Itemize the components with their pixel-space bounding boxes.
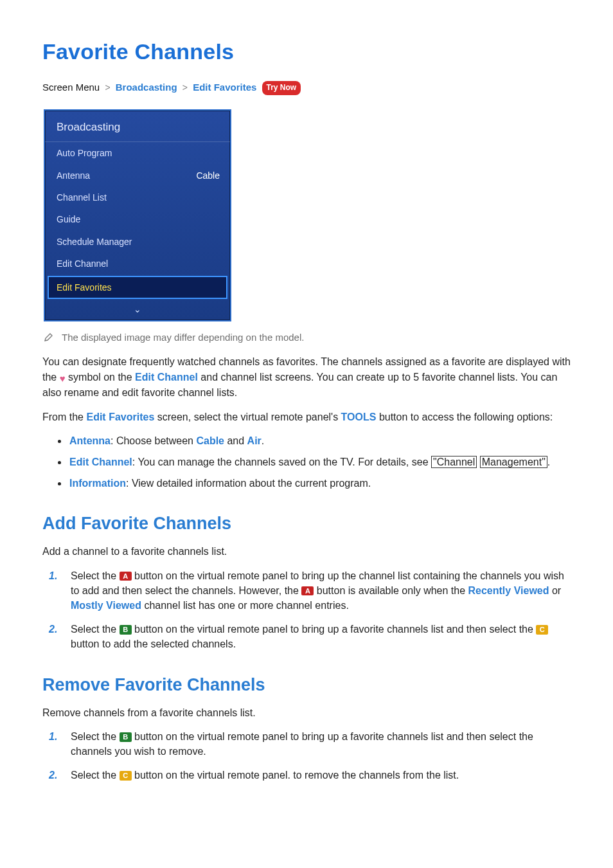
chevron-down-icon[interactable]: ⌄ — [45, 302, 230, 320]
chevron-right-icon: > — [102, 82, 112, 93]
edit-channel-term: Edit Channel — [69, 457, 132, 467]
tools-term: TOOLS — [341, 411, 377, 422]
add-favorite-channels-heading: Add Favorite Channels — [42, 511, 574, 536]
intro-paragraph-2: From the Edit Favorites screen, select t… — [42, 410, 574, 424]
text: Select the — [71, 770, 120, 781]
note-text: The displayed image may differ depending… — [62, 330, 304, 345]
remove-steps: Select the B button on the virtual remot… — [42, 729, 574, 783]
breadcrumb-broadcasting[interactable]: Broadcasting — [116, 82, 177, 93]
breadcrumb-edit-favorites[interactable]: Edit Favorites — [193, 82, 256, 93]
edit-channel-term: Edit Channel — [135, 372, 198, 383]
osd-item-schedule-manager[interactable]: Schedule Manager — [45, 231, 230, 253]
recently-viewed-term: Recently Viewed — [468, 585, 549, 596]
edit-favorites-term: Edit Favorites — [86, 411, 154, 422]
osd-item-label: Edit Channel — [57, 257, 108, 270]
osd-item-auto-program[interactable]: Auto Program — [45, 142, 230, 164]
text: Select the — [71, 624, 120, 635]
cable-term: Cable — [196, 435, 224, 446]
osd-item-label: Antenna — [57, 169, 90, 182]
text: button on the virtual remote panel to br… — [132, 624, 537, 635]
remove-favorite-channels-heading: Remove Favorite Channels — [42, 673, 574, 698]
channel-management-link[interactable]: Management" — [480, 456, 547, 468]
remote-a-button-icon: A — [120, 572, 132, 581]
list-item: Edit Channel: You can manage the channel… — [68, 455, 574, 469]
osd-item-guide[interactable]: Guide — [45, 208, 230, 230]
chevron-right-icon: > — [180, 82, 190, 93]
remote-c-button-icon: C — [536, 625, 548, 635]
text: channel list has one or more channel ent… — [141, 600, 349, 611]
text: and — [224, 435, 247, 446]
intro-paragraph-1: You can designate frequently watched cha… — [42, 354, 574, 400]
osd-item-label: Edit Favorites — [57, 282, 112, 293]
tools-options-list: Antenna: Choose between Cable and Air. E… — [42, 433, 574, 491]
information-term: Information — [69, 478, 126, 489]
osd-item-label: Channel List — [57, 191, 107, 204]
try-now-button[interactable]: Try Now — [262, 81, 301, 95]
list-item: Antenna: Choose between Cable and Air. — [68, 433, 574, 448]
air-term: Air — [247, 435, 262, 446]
text: : Choose between — [111, 435, 196, 446]
osd-item-label: Auto Program — [57, 147, 112, 159]
breadcrumb-root: Screen Menu — [42, 82, 100, 93]
remote-b-button-icon: B — [120, 732, 132, 742]
step-item: Select the A button on the virtual remot… — [67, 568, 574, 613]
osd-broadcasting-panel: Broadcasting Auto Program Antenna Cable … — [44, 109, 231, 321]
osd-item-value: Cable — [196, 169, 220, 182]
heart-icon: ♥ — [60, 372, 66, 386]
step-item: Select the B button on the virtual remot… — [67, 622, 574, 651]
pencil-icon — [44, 332, 54, 346]
text: button on the virtual remote panel to br… — [71, 731, 533, 757]
page-title: Favorite Channels — [42, 36, 574, 68]
step-item: Select the C button on the virtual remot… — [67, 768, 574, 782]
remove-intro: Remove channels from a favorite channels… — [42, 705, 574, 720]
text: screen, select the virtual remote panel'… — [157, 411, 341, 422]
antenna-term: Antenna — [69, 435, 111, 446]
osd-item-channel-list[interactable]: Channel List — [45, 186, 230, 208]
remote-c-button-icon: C — [120, 771, 132, 781]
list-item: Information: View detailed information a… — [68, 476, 574, 491]
text: button on the virtual remote panel. to r… — [132, 770, 459, 781]
channel-management-link[interactable]: "Channel — [431, 456, 477, 468]
breadcrumb: Screen Menu > Broadcasting > Edit Favori… — [42, 80, 574, 95]
remote-a-button-icon: A — [301, 586, 314, 596]
text: or — [549, 585, 562, 596]
osd-item-label: Guide — [57, 213, 80, 226]
text: button to access the following options: — [379, 411, 553, 422]
text: : View detailed information about the cu… — [126, 478, 371, 489]
text: button is available only when the — [314, 585, 468, 596]
text: . — [547, 457, 550, 467]
text: Select the — [71, 570, 120, 581]
text: From the — [42, 411, 86, 422]
model-may-differ-note: The displayed image may differ depending… — [44, 330, 574, 346]
text: button to add the selected channels. — [71, 638, 236, 649]
osd-item-edit-favorites-selected[interactable]: Edit Favorites — [48, 276, 227, 299]
osd-header: Broadcasting — [45, 111, 230, 143]
text: Select the — [71, 731, 120, 742]
text: symbol on the — [68, 372, 135, 383]
osd-item-label: Schedule Manager — [57, 235, 132, 248]
osd-item-antenna[interactable]: Antenna Cable — [45, 165, 230, 186]
add-steps: Select the A button on the virtual remot… — [42, 568, 574, 652]
remote-b-button-icon: B — [120, 625, 132, 635]
add-intro: Add a channel to a favorite channels lis… — [42, 544, 574, 559]
text: . — [262, 435, 264, 446]
osd-item-edit-channel[interactable]: Edit Channel — [45, 253, 230, 275]
step-item: Select the B button on the virtual remot… — [67, 729, 574, 759]
mostly-viewed-term: Mostly Viewed — [71, 600, 141, 611]
text: : You can manage the channels saved on t… — [132, 457, 431, 467]
